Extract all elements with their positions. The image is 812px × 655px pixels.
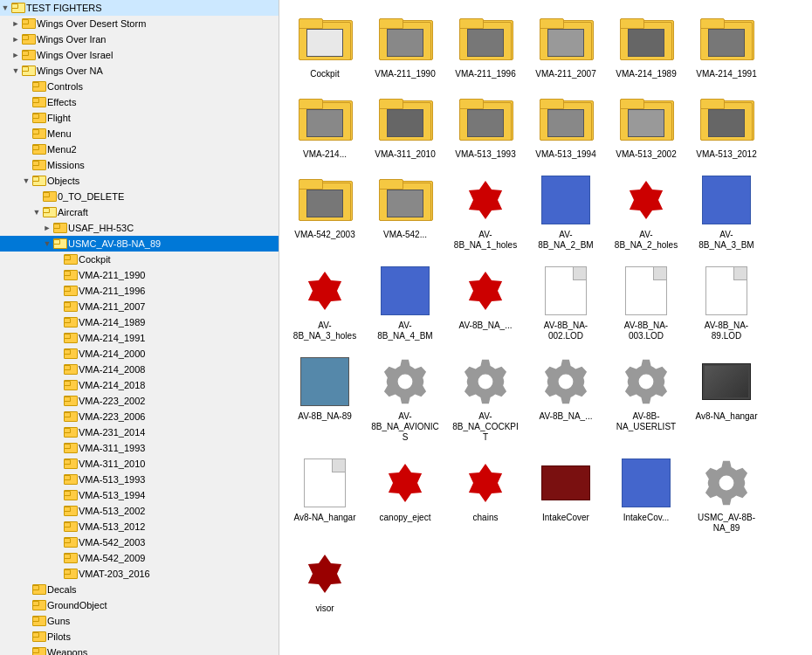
folder-icon — [31, 111, 45, 125]
tree-item-vma542_2003[interactable]: VMA-542_2003 — [0, 534, 279, 550]
tree-item-menu2[interactable]: Menu2 — [0, 141, 279, 157]
tree-item-vma211_2007[interactable]: VMA-211_2007 — [0, 299, 279, 314]
tree-item-flight[interactable]: Flight — [0, 110, 279, 126]
file-item-vma211-1996-folder[interactable]: VMA-211_1996 — [447, 7, 524, 84]
file-item-av8b-na-x[interactable]: AV-8B_NA_... — [447, 259, 524, 346]
file-item-av8b-na-2-bm[interactable]: AV-8B_NA_2_BM — [527, 168, 604, 255]
tree-item-wings-over-israel[interactable]: ►Wings Over Israel — [0, 47, 279, 63]
file-item-av8b-na-userlist[interactable]: AV-8B-NA_USERLIST — [608, 349, 685, 447]
file-item-av8b-na-3-bm[interactable]: AV-8B_NA_3_BM — [688, 168, 765, 255]
file-item-vma513-2012-folder[interactable]: VMA-513_2012 — [688, 87, 765, 164]
file-item-av8b-na-89[interactable]: AV-8B_NA-89 — [286, 349, 363, 447]
tree-label: VMA-214_2008 — [79, 364, 145, 375]
file-icon — [618, 263, 674, 319]
file-item-vma513-1993-folder[interactable]: VMA-513_1993 — [447, 87, 524, 164]
tree-item-aircraft[interactable]: ▼Aircraft — [0, 204, 279, 220]
file-icon — [297, 11, 353, 67]
tree-item-missions[interactable]: Missions — [0, 157, 279, 173]
tree-label: Aircraft — [58, 207, 88, 217]
tree-item-wings-desert-storm[interactable]: ►Wings Over Desert Storm — [0, 16, 279, 31]
tree-item-vma513_2012[interactable]: VMA-513_2012 — [0, 519, 279, 534]
file-item-vma211-1990-folder[interactable]: VMA-211_1990 — [367, 7, 444, 84]
file-item-av8b-na-2-holes[interactable]: AV-8B_NA_2_holes — [608, 168, 685, 255]
file-label: AV-8B_NA_AVIONICS — [371, 411, 439, 443]
tree-item-objects[interactable]: ▼Objects — [0, 173, 279, 189]
tree-item-vmat203_2016[interactable]: VMAT-203_2016 — [0, 566, 279, 582]
file-item-av8na-hangar-doc[interactable]: Av8-NA_hangar — [286, 451, 363, 538]
tree-item-vma214_2008[interactable]: VMA-214_2008 — [0, 362, 279, 377]
file-item-canopy-eject[interactable]: canopy_eject — [367, 451, 444, 538]
tree-item-guns[interactable]: Guns — [0, 613, 279, 629]
tree-item-vma211_1990[interactable]: VMA-211_1990 — [0, 267, 279, 283]
tree-item-cockpit[interactable]: Cockpit — [0, 252, 279, 267]
tree-item-vma542_2009[interactable]: VMA-542_2009 — [0, 550, 279, 566]
tree-item-vma214_1989[interactable]: VMA-214_1989 — [0, 314, 279, 330]
file-item-vma214-1989-folder[interactable]: VMA-214_1989 — [608, 7, 685, 84]
tree-item-0_to_delete[interactable]: 0_TO_DELETE — [0, 189, 279, 204]
tree-item-vma214_2018[interactable]: VMA-214_2018 — [0, 377, 279, 393]
tree-item-effects[interactable]: Effects — [0, 94, 279, 110]
file-item-av8b-na-003-lod[interactable]: AV-8B_NA-003.LOD — [608, 259, 685, 346]
file-item-vma513-1994-folder[interactable]: VMA-513_1994 — [527, 87, 604, 164]
tree-item-usaf_hh53c[interactable]: ►USAF_HH-53C — [0, 220, 279, 236]
file-icon — [538, 92, 594, 148]
tree-item-vma211_1996[interactable]: VMA-211_1996 — [0, 283, 279, 299]
file-item-vma214-1991-folder[interactable]: VMA-214_1991 — [688, 7, 765, 84]
file-item-vma311-2010-folder[interactable]: VMA-311_2010 — [367, 87, 444, 164]
file-label: AV-8B_NA_1_holes — [451, 230, 520, 251]
tree-item-usmc_av8b_na89[interactable]: ▼USMC_AV-8B-NA_89 — [0, 236, 279, 252]
file-item-chains[interactable]: chains — [447, 451, 524, 538]
file-item-vma542-2003-folder[interactable]: VMA-542_2003 — [286, 168, 363, 255]
tree-item-groundobject[interactable]: GroundObject — [0, 597, 279, 613]
open-folder-icon — [21, 64, 35, 78]
file-item-vma542-x-folder[interactable]: VMA-542... — [367, 168, 444, 255]
folder-icon — [21, 48, 35, 62]
tree-item-menu[interactable]: Menu — [0, 126, 279, 141]
file-item-vma513-2002-folder[interactable]: VMA-513_2002 — [608, 87, 685, 164]
tree-item-vma214_1991[interactable]: VMA-214_1991 — [0, 330, 279, 346]
tree-item-weapons[interactable]: Weapons — [0, 645, 279, 655]
tree-label: VMA-211_2007 — [79, 301, 145, 312]
file-item-vma214-x-folder[interactable]: VMA-214... — [286, 87, 363, 164]
file-item-visor[interactable]: visor — [286, 541, 363, 618]
folder-icon — [63, 378, 77, 392]
tree-item-vma311_2010[interactable]: VMA-311_2010 — [0, 456, 279, 472]
file-item-av8b-na-1-extra[interactable]: AV-8B_NA_... — [527, 349, 604, 447]
file-item-intakecover[interactable]: IntakeCover — [527, 451, 604, 538]
folder-icon — [63, 441, 77, 455]
file-item-av8b-na-3-holes[interactable]: AV-8B_NA_3_holes — [286, 259, 363, 346]
file-item-usmc-av8b-na-89[interactable]: USMC_AV-8B-NA_89 — [688, 451, 765, 538]
tree-item-vma231_2014[interactable]: VMA-231_2014 — [0, 424, 279, 440]
file-item-av8b-na-89-lod[interactable]: AV-8B_NA-89.LOD — [688, 259, 765, 346]
tree-label: Weapons — [47, 647, 87, 655]
file-item-intakecover2[interactable]: IntakeCov... — [608, 451, 685, 538]
tree-item-vma513_1994[interactable]: VMA-513_1994 — [0, 487, 279, 503]
tree-item-wings-over-iran[interactable]: ►Wings Over Iran — [0, 31, 279, 47]
folder-icon — [31, 598, 45, 612]
tree-item-wings-over-na[interactable]: ▼Wings Over NA — [0, 63, 279, 79]
file-item-av8b-na-cockpit[interactable]: AV-8B_NA_COCKPIT — [447, 349, 524, 447]
tree-item-vma223_2002[interactable]: VMA-223_2002 — [0, 393, 279, 409]
file-label: VMA-542_2003 — [294, 230, 355, 240]
file-item-cockpit-folder[interactable]: Cockpit — [286, 7, 363, 84]
file-item-av8b-na-1-holes[interactable]: AV-8B_NA_1_holes — [447, 168, 524, 255]
file-item-av8b-na-002-lod[interactable]: AV-8B_NA-002.LOD — [527, 259, 604, 346]
tree-item-controls[interactable]: Controls — [0, 79, 279, 94]
tree-item-decals[interactable]: Decals — [0, 582, 279, 597]
file-item-av8b-na-avionics[interactable]: AV-8B_NA_AVIONICS — [367, 349, 444, 447]
file-item-av8na-hangar-photo[interactable]: Av8-NA_hangar — [688, 349, 765, 447]
tree-item-pilots[interactable]: Pilots — [0, 629, 279, 645]
tree-item-vma311_1993[interactable]: VMA-311_1993 — [0, 440, 279, 456]
folder-icon — [63, 300, 77, 314]
tree-label: Controls — [47, 81, 83, 92]
svg-marker-0 — [469, 181, 502, 219]
tree-item-test-fighters[interactable]: ▼TEST FIGHTERS — [0, 0, 279, 16]
file-item-av8b-na-4-bm[interactable]: AV-8B_NA_4_BM — [367, 259, 444, 346]
tree-item-vma223_2006[interactable]: VMA-223_2006 — [0, 409, 279, 424]
tree-item-vma214_2000[interactable]: VMA-214_2000 — [0, 346, 279, 362]
file-item-vma211-2007-folder[interactable]: VMA-211_2007 — [527, 7, 604, 84]
tree-item-vma513_2002[interactable]: VMA-513_2002 — [0, 503, 279, 519]
chevron-icon — [52, 569, 63, 579]
tree-item-vma513_1993[interactable]: VMA-513_1993 — [0, 472, 279, 487]
tree-label: Pilots — [47, 631, 71, 642]
